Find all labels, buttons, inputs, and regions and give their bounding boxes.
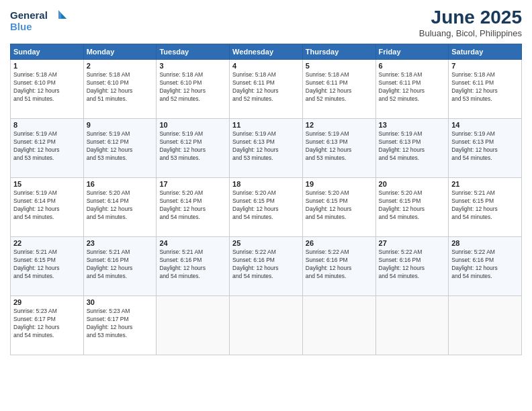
day-number: 16 <box>87 180 154 188</box>
table-cell: 3 Sunrise: 5:18 AMSunset: 6:10 PMDayligh… <box>157 60 230 119</box>
day-number: 9 <box>87 121 154 129</box>
calendar-week-row: 8 Sunrise: 5:19 AMSunset: 6:12 PMDayligh… <box>11 119 522 178</box>
day-info: Sunrise: 5:19 AMSunset: 6:14 PMDaylight:… <box>13 189 81 222</box>
table-cell: 17 Sunrise: 5:20 AMSunset: 6:14 PMDaylig… <box>157 178 230 237</box>
table-cell: 29 Sunrise: 5:23 AMSunset: 6:17 PMDaylig… <box>11 296 84 355</box>
day-info: Sunrise: 5:21 AMSunset: 6:15 PMDaylight:… <box>451 189 519 222</box>
title-block: June 2025 Buluang, Bicol, Philippines <box>419 7 522 38</box>
table-cell: 7 Sunrise: 5:18 AMSunset: 6:11 PMDayligh… <box>449 60 522 119</box>
table-cell: 11 Sunrise: 5:19 AMSunset: 6:13 PMDaylig… <box>230 119 303 178</box>
table-cell: 16 Sunrise: 5:20 AMSunset: 6:14 PMDaylig… <box>83 178 157 237</box>
col-sunday: Sunday <box>11 44 84 60</box>
day-info: Sunrise: 5:19 AMSunset: 6:13 PMDaylight:… <box>451 130 519 163</box>
day-number: 18 <box>232 180 300 188</box>
day-number: 27 <box>379 239 446 247</box>
table-cell: 22 Sunrise: 5:21 AMSunset: 6:15 PMDaylig… <box>11 237 84 296</box>
calendar-week-row: 29 Sunrise: 5:23 AMSunset: 6:17 PMDaylig… <box>11 296 522 355</box>
calendar-header-row: Sunday Monday Tuesday Wednesday Thursday… <box>11 44 522 60</box>
day-number: 3 <box>159 62 226 70</box>
day-info: Sunrise: 5:20 AMSunset: 6:14 PMDaylight:… <box>87 189 154 222</box>
table-cell: 28 Sunrise: 5:22 AMSunset: 6:16 PMDaylig… <box>449 237 522 296</box>
day-number: 23 <box>87 239 154 247</box>
day-info: Sunrise: 5:19 AMSunset: 6:12 PMDaylight:… <box>13 130 81 163</box>
day-info: Sunrise: 5:19 AMSunset: 6:13 PMDaylight:… <box>232 130 300 163</box>
table-cell <box>157 296 230 355</box>
table-cell: 23 Sunrise: 5:21 AMSunset: 6:16 PMDaylig… <box>83 237 157 296</box>
day-number: 29 <box>13 298 81 306</box>
calendar-week-row: 15 Sunrise: 5:19 AMSunset: 6:14 PMDaylig… <box>11 178 522 237</box>
logo-svg: General Blue <box>10 7 71 34</box>
table-cell: 19 Sunrise: 5:20 AMSunset: 6:15 PMDaylig… <box>302 178 375 237</box>
day-number: 28 <box>451 239 519 247</box>
table-cell: 6 Sunrise: 5:18 AMSunset: 6:11 PMDayligh… <box>375 60 449 119</box>
header: General Blue June 2025 Buluang, Bicol, P… <box>10 7 522 38</box>
day-number: 25 <box>232 239 300 247</box>
day-info: Sunrise: 5:18 AMSunset: 6:11 PMDaylight:… <box>451 71 519 103</box>
day-number: 1 <box>13 62 81 70</box>
col-saturday: Saturday <box>449 44 522 60</box>
day-number: 11 <box>232 121 300 129</box>
day-info: Sunrise: 5:21 AMSunset: 6:16 PMDaylight:… <box>159 248 226 281</box>
day-info: Sunrise: 5:20 AMSunset: 6:15 PMDaylight:… <box>232 189 300 222</box>
day-number: 8 <box>13 121 81 129</box>
day-info: Sunrise: 5:23 AMSunset: 6:17 PMDaylight:… <box>87 308 154 340</box>
day-number: 4 <box>232 62 300 70</box>
day-number: 17 <box>159 180 226 188</box>
day-info: Sunrise: 5:18 AMSunset: 6:11 PMDaylight:… <box>306 71 373 103</box>
col-monday: Monday <box>83 44 157 60</box>
calendar-week-row: 1 Sunrise: 5:18 AMSunset: 6:10 PMDayligh… <box>11 60 522 119</box>
day-info: Sunrise: 5:20 AMSunset: 6:15 PMDaylight:… <box>306 189 373 222</box>
day-info: Sunrise: 5:21 AMSunset: 6:16 PMDaylight:… <box>87 248 154 281</box>
table-cell <box>230 296 303 355</box>
table-cell <box>375 296 449 355</box>
day-info: Sunrise: 5:18 AMSunset: 6:10 PMDaylight:… <box>159 71 226 103</box>
day-number: 24 <box>159 239 226 247</box>
col-wednesday: Wednesday <box>230 44 303 60</box>
table-cell: 18 Sunrise: 5:20 AMSunset: 6:15 PMDaylig… <box>230 178 303 237</box>
subtitle: Buluang, Bicol, Philippines <box>419 28 522 38</box>
day-number: 19 <box>306 180 373 188</box>
table-cell: 14 Sunrise: 5:19 AMSunset: 6:13 PMDaylig… <box>449 119 522 178</box>
svg-text:General: General <box>10 9 48 21</box>
table-cell: 30 Sunrise: 5:23 AMSunset: 6:17 PMDaylig… <box>83 296 157 355</box>
table-cell: 21 Sunrise: 5:21 AMSunset: 6:15 PMDaylig… <box>449 178 522 237</box>
table-cell: 20 Sunrise: 5:20 AMSunset: 6:15 PMDaylig… <box>375 178 449 237</box>
table-cell: 5 Sunrise: 5:18 AMSunset: 6:11 PMDayligh… <box>302 60 375 119</box>
day-number: 5 <box>306 62 373 70</box>
table-cell: 1 Sunrise: 5:18 AMSunset: 6:10 PMDayligh… <box>11 60 84 119</box>
day-number: 6 <box>379 62 446 70</box>
table-cell: 8 Sunrise: 5:19 AMSunset: 6:12 PMDayligh… <box>11 119 84 178</box>
table-cell <box>449 296 522 355</box>
day-info: Sunrise: 5:20 AMSunset: 6:14 PMDaylight:… <box>159 189 226 222</box>
day-info: Sunrise: 5:22 AMSunset: 6:16 PMDaylight:… <box>306 248 373 281</box>
day-number: 30 <box>87 298 154 306</box>
day-number: 2 <box>87 62 154 70</box>
day-info: Sunrise: 5:22 AMSunset: 6:16 PMDaylight:… <box>232 248 300 281</box>
day-info: Sunrise: 5:19 AMSunset: 6:13 PMDaylight:… <box>379 130 446 163</box>
day-number: 14 <box>451 121 519 129</box>
day-number: 7 <box>451 62 519 70</box>
table-cell: 4 Sunrise: 5:18 AMSunset: 6:11 PMDayligh… <box>230 60 303 119</box>
day-info: Sunrise: 5:21 AMSunset: 6:15 PMDaylight:… <box>13 248 81 281</box>
day-info: Sunrise: 5:18 AMSunset: 6:10 PMDaylight:… <box>13 71 81 103</box>
table-cell <box>302 296 375 355</box>
day-number: 13 <box>379 121 446 129</box>
day-info: Sunrise: 5:18 AMSunset: 6:11 PMDaylight:… <box>232 71 300 103</box>
table-cell: 2 Sunrise: 5:18 AMSunset: 6:10 PMDayligh… <box>83 60 157 119</box>
day-number: 26 <box>306 239 373 247</box>
day-number: 12 <box>306 121 373 129</box>
col-tuesday: Tuesday <box>157 44 230 60</box>
day-info: Sunrise: 5:18 AMSunset: 6:10 PMDaylight:… <box>87 71 154 103</box>
page: General Blue June 2025 Buluang, Bicol, P… <box>0 0 532 411</box>
day-info: Sunrise: 5:22 AMSunset: 6:16 PMDaylight:… <box>379 248 446 281</box>
day-info: Sunrise: 5:22 AMSunset: 6:16 PMDaylight:… <box>451 248 519 281</box>
table-cell: 27 Sunrise: 5:22 AMSunset: 6:16 PMDaylig… <box>375 237 449 296</box>
day-info: Sunrise: 5:19 AMSunset: 6:13 PMDaylight:… <box>306 130 373 163</box>
table-cell: 26 Sunrise: 5:22 AMSunset: 6:16 PMDaylig… <box>302 237 375 296</box>
table-cell: 24 Sunrise: 5:21 AMSunset: 6:16 PMDaylig… <box>157 237 230 296</box>
table-cell: 13 Sunrise: 5:19 AMSunset: 6:13 PMDaylig… <box>375 119 449 178</box>
table-cell: 12 Sunrise: 5:19 AMSunset: 6:13 PMDaylig… <box>302 119 375 178</box>
table-cell: 25 Sunrise: 5:22 AMSunset: 6:16 PMDaylig… <box>230 237 303 296</box>
calendar-table: Sunday Monday Tuesday Wednesday Thursday… <box>10 44 522 355</box>
day-info: Sunrise: 5:19 AMSunset: 6:12 PMDaylight:… <box>159 130 226 163</box>
